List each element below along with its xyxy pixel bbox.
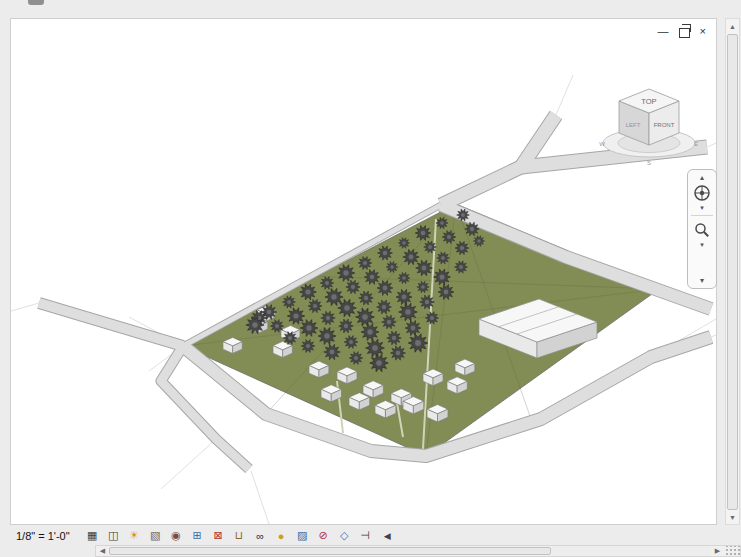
viewcube-left-label[interactable]: LEFT [626, 122, 641, 128]
restore-button[interactable] [679, 28, 690, 38]
view-scale-button[interactable]: 1/8" = 1'-0" [16, 530, 70, 542]
view-window-controls: — × [658, 23, 706, 39]
reveal-constraints-button[interactable]: ⊣ [357, 528, 374, 543]
highlight-displacement-sets-button[interactable]: ◇ [336, 528, 353, 543]
vertical-scroll-thumb[interactable] [727, 34, 738, 510]
view-control-bar: 1/8" = 1'-0" ▦◫☀▧◉⊞⊠⊔∞●▨⊘◇⊣ ◀ [10, 527, 717, 544]
wheel-options-caret[interactable]: ▾ [700, 204, 704, 212]
vertical-scrollbar[interactable]: ▲ ▼ [725, 18, 740, 525]
terrain-mesh-line [11, 303, 39, 311]
app-ribbon-fragment [28, 0, 44, 5]
navbar-divider [691, 215, 713, 216]
temporary-view-properties-button[interactable]: ▨ [294, 528, 311, 543]
horizontal-scroll-thumb[interactable] [109, 547, 551, 555]
road [441, 167, 521, 205]
resize-grip[interactable] [724, 546, 740, 556]
drawing-area[interactable]: — × W E S N TOP FRONT LEFT ▴ ▾ [10, 18, 717, 525]
terrain-mesh-line [707, 143, 716, 147]
crop-view-button[interactable]: ⊞ [189, 528, 206, 543]
road [39, 303, 183, 346]
steering-wheel-button[interactable] [690, 182, 714, 204]
minimize-button[interactable]: — [658, 24, 669, 38]
viewcube-front-label[interactable]: FRONT [654, 122, 675, 128]
shadows-button[interactable]: ▧ [147, 528, 164, 543]
scroll-down-button[interactable]: ▼ [726, 510, 739, 524]
zoom-button[interactable] [690, 219, 714, 241]
terrain-mesh-line [556, 75, 573, 115]
scroll-right-button[interactable]: ▶ [711, 546, 724, 556]
scroll-left-button[interactable]: ◀ [96, 546, 109, 556]
unlocked-3d-view-button[interactable]: ⊔ [231, 528, 248, 543]
detail-level-button[interactable]: ▦ [84, 528, 101, 543]
steering-wheel-icon [693, 184, 711, 202]
scroll-up-button[interactable]: ▲ [726, 19, 739, 33]
collapse-arrow-button[interactable]: ◀ [384, 531, 391, 541]
navigation-bar: ▴ ▾ ▾ ▾ [687, 169, 717, 289]
terrain-mesh-line [161, 439, 216, 489]
compass-south-label[interactable]: S [647, 160, 651, 166]
zoom-options-caret[interactable]: ▾ [700, 241, 704, 249]
compass-west-label[interactable]: W [599, 141, 605, 147]
compass-east-label[interactable]: E [694, 141, 698, 147]
hide-analytical-model-button[interactable]: ⊘ [315, 528, 332, 543]
visual-style-button[interactable]: ◫ [105, 528, 122, 543]
magnifier-icon [694, 222, 710, 238]
scroll-track[interactable] [551, 546, 711, 556]
view-control-icons: ▦◫☀▧◉⊞⊠⊔∞●▨⊘◇⊣ [84, 528, 374, 543]
show-rendering-dialog-button[interactable]: ◉ [168, 528, 185, 543]
close-button[interactable]: × [700, 24, 706, 38]
temporary-hide-isolate-button[interactable]: ∞ [252, 528, 269, 543]
navbar-chevron-up-icon[interactable]: ▴ [700, 173, 704, 182]
viewcube-top-label[interactable]: TOP [641, 97, 656, 106]
terrain-mesh-line [251, 471, 269, 524]
sun-path-button[interactable]: ☀ [126, 528, 143, 543]
navbar-chevron-down-icon[interactable]: ▾ [700, 276, 704, 285]
terrain-mesh-line [711, 335, 716, 337]
viewcube[interactable]: W E S N TOP FRONT LEFT [592, 71, 707, 171]
horizontal-scrollbar[interactable]: ◀ ▶ [95, 545, 741, 557]
reveal-hidden-elements-button[interactable]: ● [273, 528, 290, 543]
show-crop-region-button[interactable]: ⊠ [210, 528, 227, 543]
